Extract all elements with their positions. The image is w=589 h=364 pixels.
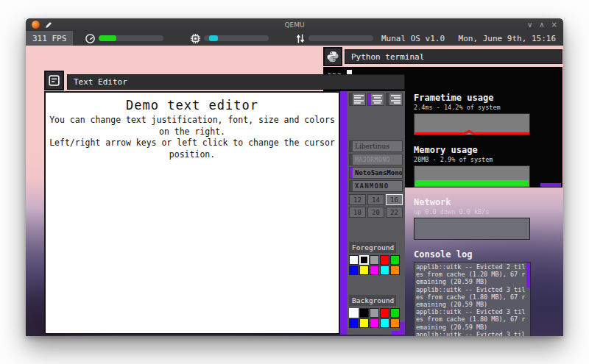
fg-swatch-gray[interactable] [370, 255, 379, 265]
network-title: Network [414, 197, 562, 207]
bg-swatch-yellow[interactable] [359, 318, 369, 328]
selection-tab [350, 154, 353, 165]
align-right-icon [391, 95, 401, 104]
bg-swatch-gray[interactable] [370, 308, 379, 318]
memory-title: Memory usage [414, 145, 562, 155]
justify-buttons [349, 93, 403, 106]
log-line: applib::uitk -- Evicted 3 tiles from cac… [416, 308, 529, 331]
python-icon [326, 50, 339, 63]
justify-right-button[interactable] [386, 93, 403, 106]
cpu-gauge-track [204, 35, 269, 41]
text-editor-body: Demo text editor You can change text jus… [44, 91, 405, 335]
font-label: NotoSansMono [355, 169, 403, 176]
bg-swatch-black[interactable] [359, 308, 369, 318]
python-terminal-titlebar[interactable]: Python terminal [345, 49, 562, 64]
bg-swatch-orange[interactable] [390, 318, 400, 328]
size-button-18[interactable]: 18 [349, 207, 366, 218]
frametime-red-line [415, 114, 531, 136]
font-button-notosansmono[interactable]: NotoSansMono [349, 167, 403, 179]
selection-tab [368, 93, 371, 105]
console-log-title: Console log [414, 249, 562, 260]
font-button-majormono[interactable]: MAJORMONO [349, 154, 403, 165]
font-label: MAJORMONO [355, 157, 390, 163]
font-button-libertinus[interactable]: Libertinus [349, 140, 403, 152]
log-line: applib::uitk -- Evicted 2 tiles from cac… [416, 263, 529, 286]
fg-swatch-cyan[interactable] [380, 265, 389, 275]
frametime-gauge [85, 33, 163, 44]
memory-section: Memory usage 28MB - 2.9% of system [414, 145, 562, 188]
frametime-graph [414, 113, 530, 135]
size-button-16[interactable]: 16 [386, 194, 403, 205]
background-label: Background [349, 295, 396, 306]
background-swatches [349, 308, 403, 328]
doc-line: You can change text justification, font,… [46, 115, 339, 138]
text-editor-titlebar[interactable]: Text Editor [67, 74, 405, 90]
memory-subtitle: 28MB - 2.9% of system [414, 156, 562, 163]
settings-scrollbar-h[interactable] [392, 331, 405, 335]
bg-swatch-cyan[interactable] [380, 318, 389, 328]
console-log-box[interactable]: applib::uitk -- Evicted 2 tiles from cac… [414, 262, 531, 336]
network-graph [414, 218, 530, 240]
selection-tab [350, 168, 353, 178]
fg-swatch-yellow[interactable] [359, 265, 369, 275]
fg-swatch-black[interactable] [359, 255, 369, 265]
selection-tab [350, 181, 353, 191]
size-button-22[interactable]: 22 [386, 207, 403, 218]
qemu-titlebar[interactable]: QEMU ∨ ∧ × [26, 18, 563, 31]
bg-swatch-magenta[interactable] [370, 318, 379, 328]
editor-settings-panel: Libertinus MAJORMONO NotoSansMono [347, 91, 405, 335]
editor-text-area[interactable]: Demo text editor You can change text jus… [44, 91, 340, 335]
font-label: XANMONO [355, 182, 389, 190]
network-subtitle: up 0.0 down 0.0 kB/s [414, 208, 562, 215]
minimize-button[interactable]: ∨ [527, 21, 532, 29]
text-editor-icon[interactable] [44, 71, 64, 90]
fg-swatch-orange[interactable] [390, 265, 400, 275]
fg-swatch-magenta[interactable] [370, 265, 379, 275]
close-button[interactable]: × [551, 21, 557, 29]
foreground-label: Foreground [349, 242, 396, 253]
text-editor-title: Text Editor [74, 77, 127, 87]
log-line: applib::uitk -- Evicted 3 tiles from cac… [416, 331, 529, 336]
bg-swatch-white[interactable] [349, 308, 359, 318]
justify-center-button[interactable] [367, 93, 384, 106]
transfer-icon [295, 33, 306, 44]
bg-swatch-blue[interactable] [349, 318, 359, 328]
selection-tab [387, 93, 389, 105]
doc-line: Left/right arrow keys or left click to c… [46, 138, 339, 160]
python-terminal-icon[interactable] [323, 47, 342, 66]
cpu-icon [190, 33, 201, 44]
fg-swatch-red[interactable] [380, 255, 389, 265]
justify-left-button[interactable] [349, 93, 366, 106]
bg-swatch-green[interactable] [390, 308, 400, 318]
fg-swatch-white[interactable] [349, 255, 359, 265]
munal-os-screen: 311 FPS [26, 31, 563, 336]
speedometer-icon [85, 33, 96, 44]
fg-swatch-green[interactable] [390, 255, 400, 265]
cpu-gauge [190, 33, 269, 44]
size-button-20[interactable]: 20 [367, 207, 384, 218]
align-center-icon [373, 95, 382, 104]
font-list: Libertinus MAJORMONO NotoSansMono [349, 140, 403, 192]
frametime-subtitle: 2.4ms - 14.2% of system [414, 104, 562, 111]
stage: QEMU ∨ ∧ × 311 FPS [0, 0, 589, 364]
size-button-14[interactable]: 14 [367, 194, 384, 205]
cpu-gauge-fill [209, 35, 217, 41]
console-log-scrollbar[interactable] [526, 263, 530, 288]
font-label: Libertinus [355, 143, 389, 150]
bg-swatch-red[interactable] [380, 308, 389, 318]
font-button-xanmono[interactable]: XANMONO [349, 180, 403, 192]
document-icon [48, 74, 60, 87]
log-line: applib::uitk -- Evicted 3 tiles from cac… [416, 286, 529, 309]
foreground-swatches [349, 255, 403, 275]
memory-green-bar [415, 180, 529, 186]
frametime-gauge-track [99, 35, 163, 41]
editor-scrollbar[interactable] [340, 91, 347, 335]
fg-swatch-blue[interactable] [349, 265, 359, 275]
doc-title: Demo text editor [46, 98, 339, 113]
selection-tab [350, 141, 353, 151]
size-button-12[interactable]: 12 [349, 194, 366, 205]
memory-graph [414, 165, 530, 188]
frametime-section: Frametime usage 2.4ms - 14.2% of system [414, 93, 562, 135]
maximize-button[interactable]: ∧ [539, 21, 544, 29]
os-title: Munal OS v1.0 [354, 34, 472, 43]
